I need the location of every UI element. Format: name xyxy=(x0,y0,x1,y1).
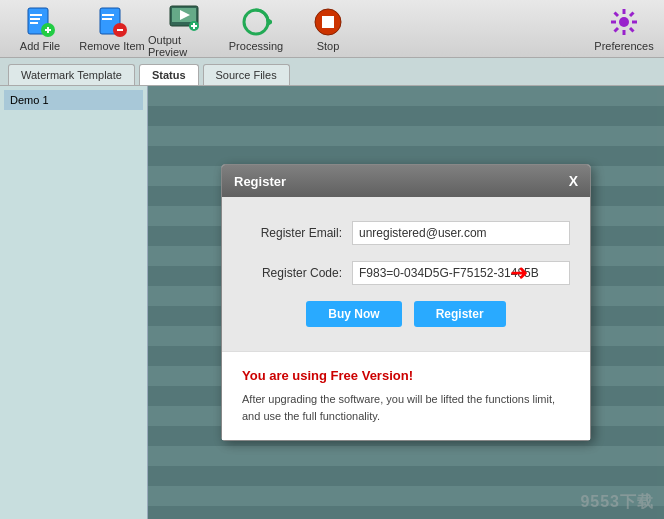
svg-line-28 xyxy=(630,28,634,32)
tabs-row: Watermark Template Status Source Files xyxy=(0,58,664,86)
modal-title: Register xyxy=(234,174,286,189)
email-form-row: Register Email: xyxy=(242,221,570,245)
add-file-button[interactable]: Add File xyxy=(4,1,76,57)
code-label: Register Code: xyxy=(242,266,352,280)
main-area: Demo 1 Register X Register Email: xyxy=(0,86,664,519)
add-file-icon xyxy=(24,6,56,38)
modal-footer: You are using Free Version! After upgrad… xyxy=(222,351,590,440)
svg-line-30 xyxy=(615,28,619,32)
free-version-desc: After upgrading the software, you will b… xyxy=(242,391,570,424)
code-input[interactable] xyxy=(352,261,570,285)
tab-watermark-template[interactable]: Watermark Template xyxy=(8,64,135,85)
toolbar: Add File Remove Item Output Previ xyxy=(0,0,664,58)
remove-item-label: Remove Item xyxy=(79,40,144,52)
arrow-icon: ➜ xyxy=(510,260,528,286)
modal-close-button[interactable]: X xyxy=(569,173,578,189)
svg-rect-6 xyxy=(47,27,49,33)
buy-now-button[interactable]: Buy Now xyxy=(306,301,401,327)
preferences-button[interactable]: Preferences xyxy=(588,1,660,57)
content-area: Register X Register Email: Register Code… xyxy=(148,86,664,519)
remove-item-icon xyxy=(96,6,128,38)
output-preview-icon xyxy=(168,0,200,32)
svg-point-22 xyxy=(619,17,629,27)
remove-item-button[interactable]: Remove Item xyxy=(76,1,148,57)
register-modal: Register X Register Email: Register Code… xyxy=(221,164,591,441)
preferences-label: Preferences xyxy=(594,40,653,52)
register-button[interactable]: Register xyxy=(414,301,506,327)
svg-rect-3 xyxy=(30,22,38,24)
code-form-row: Register Code: ➜ xyxy=(242,261,570,285)
svg-rect-17 xyxy=(193,23,195,29)
svg-marker-19 xyxy=(268,18,272,26)
free-version-title: You are using Free Version! xyxy=(242,368,570,383)
tab-source-files[interactable]: Source Files xyxy=(203,64,290,85)
svg-rect-11 xyxy=(117,29,123,31)
processing-button[interactable]: Processing xyxy=(220,1,292,57)
svg-rect-8 xyxy=(102,14,114,16)
processing-icon xyxy=(240,6,272,38)
modal-overlay: Register X Register Email: Register Code… xyxy=(148,86,664,519)
svg-line-29 xyxy=(630,12,634,16)
output-preview-label: Output Preview xyxy=(148,34,220,58)
email-label: Register Email: xyxy=(242,226,352,240)
stop-label: Stop xyxy=(317,40,340,52)
modal-body: Register Email: Register Code: ➜ Buy Now… xyxy=(222,197,590,351)
stop-button[interactable]: Stop xyxy=(292,1,364,57)
email-input[interactable] xyxy=(352,221,570,245)
add-file-label: Add File xyxy=(20,40,60,52)
preferences-icon xyxy=(608,6,640,38)
svg-rect-9 xyxy=(102,18,112,20)
left-panel: Demo 1 xyxy=(0,86,148,519)
svg-rect-21 xyxy=(322,16,334,28)
processing-label: Processing xyxy=(229,40,283,52)
list-item[interactable]: Demo 1 xyxy=(4,90,143,110)
modal-header: Register X xyxy=(222,165,590,197)
svg-line-27 xyxy=(615,12,619,16)
tab-status[interactable]: Status xyxy=(139,64,199,85)
stop-icon xyxy=(312,6,344,38)
btn-row: Buy Now Register xyxy=(242,301,570,327)
output-preview-button[interactable]: Output Preview xyxy=(148,1,220,57)
svg-rect-2 xyxy=(30,18,40,20)
svg-rect-1 xyxy=(30,14,42,16)
